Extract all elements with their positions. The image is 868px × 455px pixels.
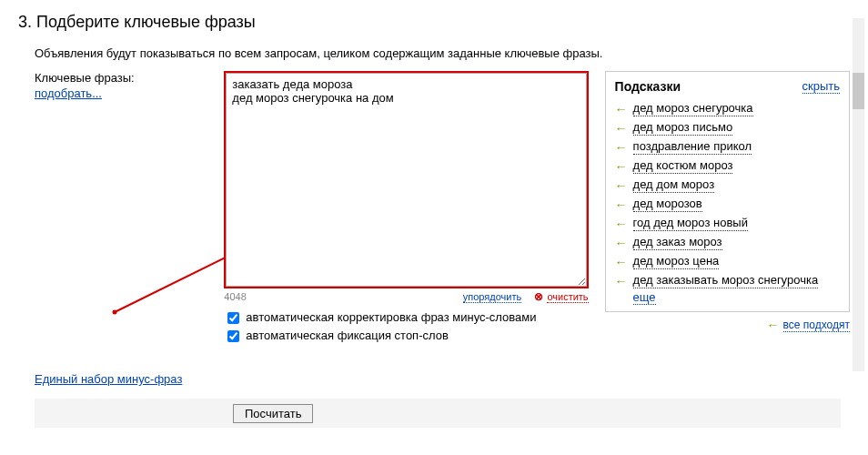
hint-phrase-link[interactable]: поздравление прикол	[633, 139, 752, 155]
page-scrollbar[interactable]	[853, 18, 864, 371]
hint-phrase-link[interactable]: дед заказывать мороз снегурочка	[633, 273, 819, 288]
arrow-left-icon: ←	[615, 274, 628, 288]
hints-panel: Подсказки скрыть ←дед мороз снегурочка←д…	[605, 71, 850, 312]
arrow-left-icon: ←	[615, 121, 628, 136]
hint-phrase-link[interactable]: дед костюм мороз	[633, 158, 733, 174]
auto-correct-row[interactable]: автоматическая корректировка фраз минус-…	[224, 308, 588, 327]
svg-point-1	[113, 310, 117, 315]
keywords-label: Ключевые фразы:	[35, 71, 224, 85]
hint-item[interactable]: ←дед морозов	[615, 197, 840, 212]
hint-phrase-link[interactable]: дед заказ мороз	[633, 235, 722, 250]
hints-title: Подсказки	[615, 79, 681, 94]
hint-phrase-link[interactable]: дед мороз цена	[633, 254, 720, 269]
arrow-left-icon: ←	[615, 217, 628, 231]
auto-stop-row[interactable]: автоматическая фиксация стоп-слов	[224, 327, 588, 345]
step-title-text: Подберите ключевые фразы	[36, 13, 256, 31]
hint-item[interactable]: ←дед мороз цена	[615, 254, 840, 269]
arrow-left-icon: ←	[615, 236, 628, 250]
step-number: 3.	[18, 13, 32, 31]
hint-item[interactable]: ←дед мороз письмо	[615, 120, 840, 136]
clear-link[interactable]: очистить	[547, 291, 588, 303]
sort-link[interactable]: упорядочить	[463, 291, 521, 303]
auto-correct-checkbox[interactable]	[227, 312, 239, 324]
arrow-left-icon: ←	[615, 197, 628, 212]
hint-item[interactable]: ←дед заказывать мороз снегурочка	[615, 273, 840, 288]
footer-bar: Посчитать	[35, 399, 841, 428]
arrow-left-icon: ←	[615, 140, 628, 155]
section-description: Объявления будут показываться по всем за…	[35, 46, 850, 60]
hint-phrase-link[interactable]: дед мороз письмо	[633, 120, 733, 136]
keywords-textarea[interactable]	[226, 73, 586, 287]
calculate-button[interactable]: Посчитать	[233, 404, 313, 423]
auto-stop-label: автоматическая фиксация стоп-слов	[246, 327, 449, 345]
hint-phrase-link[interactable]: дед морозов	[633, 197, 702, 212]
hints-hide-link[interactable]: скрыть	[802, 79, 841, 94]
all-fit-link[interactable]: все подходят	[783, 318, 850, 332]
auto-correct-label: автоматическая корректировка фраз минус-…	[246, 308, 536, 327]
keywords-textarea-highlight	[224, 71, 588, 288]
hint-item[interactable]: ←поздравление прикол	[615, 139, 840, 155]
auto-stop-checkbox[interactable]	[227, 330, 239, 342]
hint-item[interactable]: ←дед дом мороз	[615, 177, 840, 193]
hint-phrase-link[interactable]: дед дом мороз	[633, 177, 715, 193]
shared-minus-phrases-link[interactable]: Единый набор минус-фраз	[35, 372, 182, 386]
arrow-left-icon: ←	[615, 178, 628, 193]
hint-phrase-link[interactable]: год дед мороз новый	[633, 216, 748, 231]
pick-keywords-link[interactable]: подобрать...	[35, 86, 102, 100]
arrow-left-icon: ←	[767, 318, 780, 332]
arrow-left-icon: ←	[615, 102, 628, 116]
arrow-left-icon: ←	[615, 255, 628, 269]
hints-more-link[interactable]: еще	[633, 290, 656, 305]
hint-item[interactable]: ←дед мороз снегурочка	[615, 101, 840, 116]
hint-item[interactable]: ←год дед мороз новый	[615, 216, 840, 231]
hint-phrase-link[interactable]: дед мороз снегурочка	[633, 101, 753, 116]
page-scrollbar-thumb[interactable]	[853, 73, 864, 109]
hint-item[interactable]: ←дед заказ мороз	[615, 235, 840, 250]
hints-list: ←дед мороз снегурочка←дед мороз письмо←п…	[615, 101, 840, 288]
char-counter: 4048	[224, 291, 246, 302]
clear-icon[interactable]: ⊗	[534, 290, 543, 303]
section-title: 3. Подберите ключевые фразы	[18, 13, 850, 32]
hint-item[interactable]: ←дед костюм мороз	[615, 158, 840, 174]
arrow-left-icon: ←	[615, 159, 628, 174]
